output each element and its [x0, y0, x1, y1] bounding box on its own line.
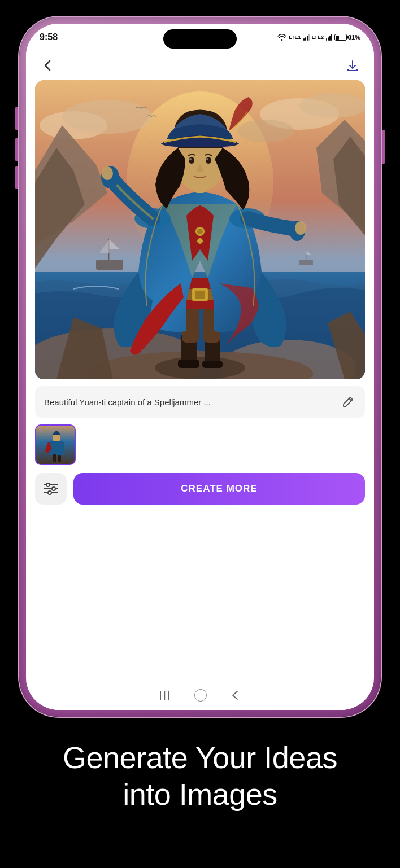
thumbnail-1[interactable]: [35, 424, 76, 465]
svg-point-24: [155, 357, 245, 379]
home-circle-icon: [194, 689, 207, 702]
wifi-icon: [277, 34, 286, 41]
battery-icon: 31%: [334, 34, 360, 41]
back-chevron-icon: [44, 60, 51, 71]
tagline-line1: Generate Your Ideas: [63, 739, 337, 776]
svg-point-38: [102, 166, 113, 180]
svg-point-56: [46, 483, 50, 486]
settings-button[interactable]: [35, 473, 67, 505]
back-button[interactable]: [37, 55, 58, 76]
download-icon: [346, 59, 359, 72]
svg-point-44: [206, 157, 211, 164]
svg-point-45: [189, 158, 192, 160]
thumbnail-image-1: [36, 426, 75, 464]
svg-rect-12: [96, 260, 123, 270]
lte1-label: LTE1: [289, 34, 301, 40]
main-image: [35, 80, 365, 379]
svg-point-60: [48, 491, 51, 494]
download-button[interactable]: [342, 55, 363, 76]
phone-screen: 9:58 LTE1 LTE2: [26, 24, 374, 710]
pirate-artwork: [35, 80, 365, 379]
status-time: 9:58: [40, 32, 58, 42]
svg-point-43: [189, 157, 194, 164]
svg-rect-27: [178, 360, 199, 368]
home-indicator: |||: [26, 681, 374, 710]
battery-percentage: 31%: [348, 34, 360, 41]
edit-icon-svg: [342, 396, 354, 408]
lte2-label: LTE2: [312, 34, 324, 40]
status-icons: LTE1 LTE2: [277, 34, 360, 41]
svg-rect-16: [299, 260, 313, 265]
battery-body: [334, 34, 347, 41]
thumbnail-artwork: [36, 426, 76, 465]
svg-rect-54: [58, 455, 61, 462]
tagline-section: Generate Your Ideas into Images: [46, 717, 354, 841]
svg-point-6: [237, 120, 294, 142]
action-bar: CREATE MORE: [26, 473, 374, 514]
signal-icon-2: [326, 34, 332, 41]
svg-rect-34: [195, 291, 205, 299]
svg-point-48: [197, 229, 203, 234]
prompt-text: Beautiful Yuan-ti captain of a Spelljamm…: [44, 397, 340, 407]
svg-point-5: [299, 93, 365, 118]
status-bar: 9:58 LTE1 LTE2: [26, 24, 374, 51]
home-back-icon: [229, 690, 241, 701]
create-more-label: CREATE MORE: [181, 483, 257, 494]
prompt-bar: Beautiful Yuan-ti captain of a Spelljamm…: [35, 386, 365, 418]
svg-point-40: [295, 221, 306, 235]
battery-fill: [336, 36, 338, 40]
dynamic-island: [163, 29, 237, 49]
main-image-container: [35, 80, 365, 379]
phone-shell: 9:58 LTE1 LTE2: [19, 17, 381, 717]
svg-rect-17: [306, 251, 306, 260]
create-more-button[interactable]: CREATE MORE: [73, 473, 365, 505]
svg-point-3: [62, 100, 153, 134]
settings-icon: [43, 482, 59, 496]
edit-button[interactable]: [340, 394, 356, 410]
home-multitask-icon: |||: [159, 690, 171, 700]
thumbnail-strip: [26, 424, 374, 473]
svg-point-49: [197, 238, 203, 244]
svg-rect-53: [53, 454, 56, 462]
tagline-line2: into Images: [63, 776, 337, 813]
svg-rect-28: [202, 361, 223, 368]
svg-point-46: [206, 158, 208, 160]
svg-point-58: [52, 487, 55, 490]
signal-icon-1: [303, 34, 310, 41]
top-nav: [26, 51, 374, 80]
